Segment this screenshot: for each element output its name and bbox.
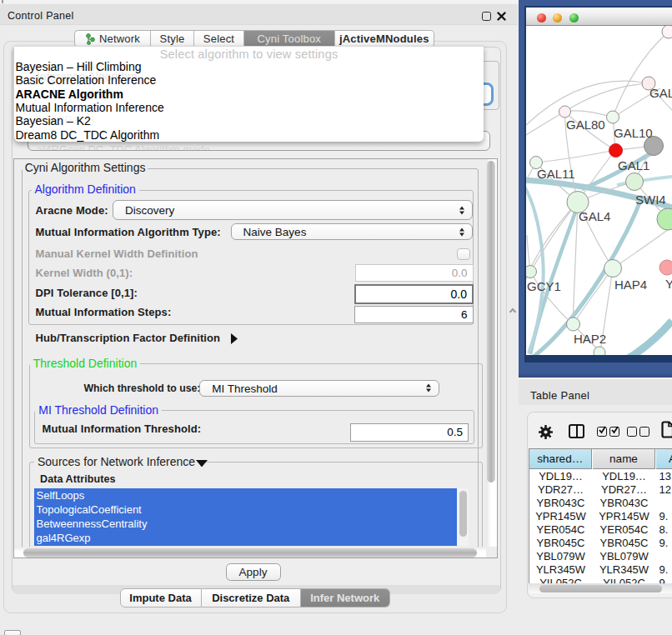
svg-text:HAP2: HAP2 [574, 332, 606, 346]
svg-text:SWI4: SWI4 [635, 192, 666, 207]
svg-text:GAL80: GAL80 [566, 118, 605, 132]
svg-text:GCY1: GCY1 [527, 279, 561, 293]
svg-text:GAL1: GAL1 [618, 158, 649, 172]
svg-text:GAL: GAL [649, 86, 672, 100]
svg-text:Y: Y [665, 277, 672, 291]
svg-text:HAP4: HAP4 [614, 278, 647, 292]
svg-text:GAL4: GAL4 [579, 209, 610, 223]
svg-text:GAL11: GAL11 [537, 167, 575, 181]
svg-text:GAL10: GAL10 [614, 126, 653, 140]
